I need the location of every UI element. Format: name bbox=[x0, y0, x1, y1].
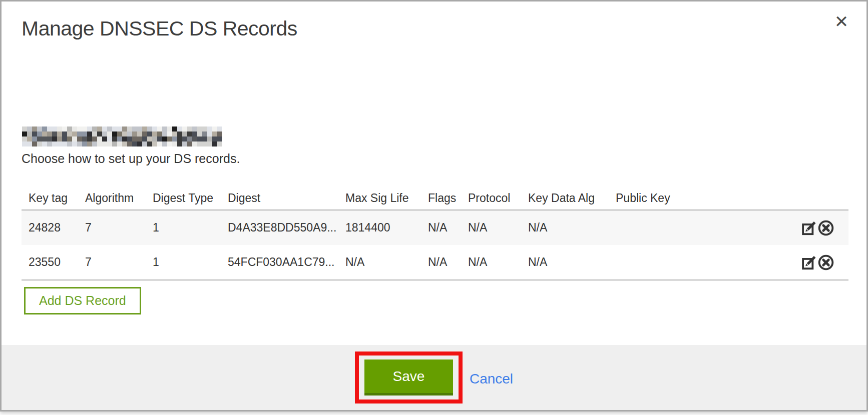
redacted-pixel bbox=[197, 136, 202, 142]
redacted-pixel bbox=[177, 142, 182, 146]
redacted-pixel bbox=[142, 136, 147, 142]
redacted-pixel bbox=[202, 142, 207, 146]
redacted-pixel bbox=[37, 136, 42, 142]
column-header-algorithm: Algorithm bbox=[79, 186, 147, 210]
redacted-pixel bbox=[162, 126, 167, 132]
redacted-pixel bbox=[202, 126, 207, 132]
cell-max-sig-life: N/A bbox=[339, 245, 422, 280]
redacted-domain-name bbox=[22, 126, 222, 146]
redacted-pixel bbox=[107, 132, 112, 136]
redacted-pixel bbox=[207, 132, 212, 136]
redacted-pixel bbox=[32, 136, 37, 142]
redacted-pixel bbox=[127, 132, 132, 136]
redacted-pixel bbox=[162, 132, 167, 136]
column-header-max-sig-life: Max Sig Life bbox=[339, 186, 422, 210]
delete-record-button[interactable] bbox=[817, 254, 834, 271]
redacted-pixel bbox=[157, 136, 162, 142]
cell-flags: N/A bbox=[422, 245, 462, 280]
column-header-digest-type: Digest Type bbox=[147, 186, 222, 210]
redacted-pixel bbox=[102, 126, 107, 132]
cell-max-sig-life: 1814400 bbox=[339, 210, 422, 245]
redacted-pixel bbox=[52, 126, 57, 132]
cell-algorithm: 7 bbox=[79, 210, 147, 245]
redacted-pixel bbox=[217, 142, 222, 146]
redacted-pixel bbox=[37, 142, 42, 146]
save-button[interactable]: Save bbox=[364, 360, 453, 396]
redacted-pixel bbox=[77, 142, 82, 146]
redacted-pixel bbox=[112, 142, 117, 146]
cell-protocol: N/A bbox=[462, 210, 522, 245]
cell-digest: 54FCF030AA1C79... bbox=[222, 245, 339, 280]
redacted-pixel bbox=[132, 126, 137, 132]
redacted-pixel bbox=[182, 142, 187, 146]
redacted-pixel bbox=[22, 132, 27, 136]
redacted-pixel bbox=[82, 142, 87, 146]
redacted-pixel bbox=[192, 142, 197, 146]
redacted-pixel bbox=[117, 132, 122, 136]
cancel-link[interactable]: Cancel bbox=[470, 371, 513, 387]
redacted-pixel bbox=[127, 142, 132, 146]
close-button[interactable]: ✕ bbox=[830, 10, 852, 32]
redacted-pixel bbox=[207, 126, 212, 132]
redacted-pixel bbox=[92, 132, 97, 136]
column-header-public-key: Public Key bbox=[610, 186, 793, 210]
redacted-pixel bbox=[47, 142, 52, 146]
redacted-pixel bbox=[67, 126, 72, 132]
redacted-pixel bbox=[27, 126, 32, 132]
redacted-pixel bbox=[22, 142, 27, 146]
redacted-pixel bbox=[157, 132, 162, 136]
redacted-pixel bbox=[132, 142, 137, 146]
redacted-pixel bbox=[42, 132, 47, 136]
redacted-pixel bbox=[152, 126, 157, 132]
column-header-flags: Flags bbox=[422, 186, 462, 210]
delete-record-button[interactable] bbox=[817, 220, 834, 236]
edit-record-button[interactable] bbox=[800, 254, 817, 271]
redacted-pixel bbox=[107, 136, 112, 142]
dialog-title: Manage DNSSEC DS Records bbox=[22, 16, 866, 40]
redacted-pixel bbox=[77, 132, 82, 136]
redacted-pixel bbox=[27, 142, 32, 146]
redacted-pixel bbox=[57, 126, 62, 132]
redacted-pixel bbox=[112, 126, 117, 132]
redacted-pixel bbox=[132, 136, 137, 142]
redacted-pixel bbox=[137, 136, 142, 142]
cell-digest: D4A33E8DD550A9... bbox=[222, 210, 339, 245]
redacted-pixel bbox=[212, 132, 217, 136]
redacted-pixel bbox=[217, 132, 222, 136]
redacted-pixel bbox=[52, 136, 57, 142]
redacted-pixel bbox=[62, 142, 67, 146]
redacted-pixel bbox=[97, 136, 102, 142]
redacted-pixel bbox=[57, 132, 62, 136]
redacted-pixel bbox=[122, 142, 127, 146]
redacted-pixel bbox=[92, 142, 97, 146]
redacted-pixel bbox=[142, 132, 147, 136]
cell-protocol: N/A bbox=[462, 245, 522, 280]
redacted-pixel bbox=[117, 136, 122, 142]
column-header-actions bbox=[793, 186, 848, 210]
redacted-pixel bbox=[127, 136, 132, 142]
edit-icon bbox=[800, 220, 817, 236]
redacted-pixel bbox=[152, 132, 157, 136]
redacted-pixel bbox=[82, 136, 87, 142]
redacted-pixel bbox=[67, 142, 72, 146]
redacted-pixel bbox=[202, 132, 207, 136]
redacted-pixel bbox=[72, 132, 77, 136]
add-ds-record-button[interactable]: Add DS Record bbox=[24, 287, 141, 314]
redacted-pixel bbox=[167, 136, 172, 142]
redacted-pixel bbox=[177, 136, 182, 142]
edit-record-button[interactable] bbox=[800, 220, 817, 236]
redacted-pixel bbox=[77, 126, 82, 132]
redacted-pixel bbox=[197, 132, 202, 136]
table-header-row: Key tagAlgorithmDigest TypeDigestMax Sig… bbox=[22, 186, 848, 210]
table-row: 235507154FCF030AA1C79...N/AN/AN/AN/A bbox=[22, 245, 848, 280]
redacted-pixel bbox=[157, 126, 162, 132]
cell-key-tag: 24828 bbox=[22, 210, 79, 245]
manage-dnssec-dialog: ✕ Manage DNSSEC DS Records Choose how to… bbox=[0, 0, 868, 412]
redacted-pixel bbox=[167, 126, 172, 132]
redacted-pixel bbox=[187, 136, 192, 142]
redacted-pixel bbox=[112, 132, 117, 136]
redacted-pixel bbox=[87, 136, 92, 142]
redacted-pixel bbox=[152, 142, 157, 146]
redacted-pixel bbox=[147, 136, 152, 142]
redacted-pixel bbox=[22, 126, 27, 132]
